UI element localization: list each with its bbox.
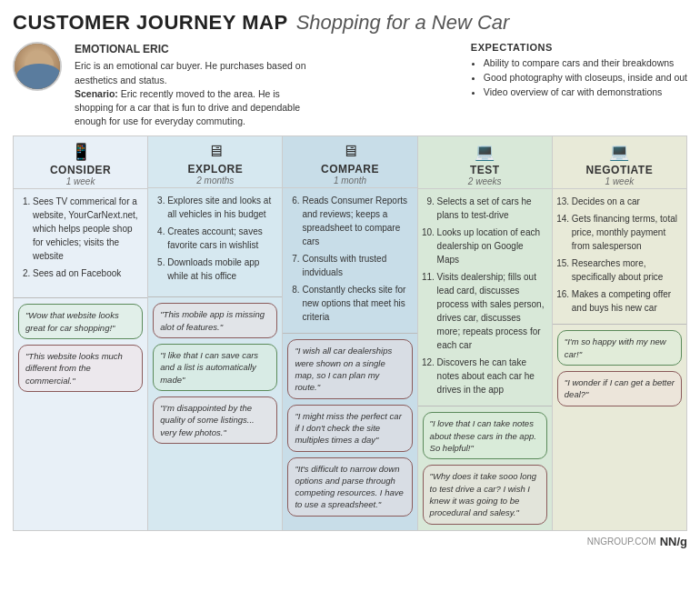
persona-name: EMOTIONAL ERIC	[75, 42, 311, 57]
consider-action-1: Sees TV commerical for a website, YourCa…	[33, 195, 141, 263]
consider-quote-positive: "Wow that website looks great for car sh…	[18, 304, 143, 339]
consider-duration: 1 week	[17, 176, 144, 186]
persona-text: EMOTIONAL ERIC Eric is an emotional car …	[75, 42, 311, 128]
negotiate-quotes: "I'm so happy with my new car!" "I wonde…	[553, 325, 686, 411]
test-action-2: Looks up location of each dealership on …	[437, 226, 545, 266]
test-actions: Selects a set of cars he plans to test-d…	[418, 189, 552, 406]
consider-quotes: "Wow that website looks great for car sh…	[14, 298, 147, 396]
negotiate-quote-positive: "I'm so happy with my new car!"	[557, 330, 682, 366]
expectation-item: Video overview of car with demonstration…	[484, 85, 687, 100]
col-compare: 🖥 COMPARE 1 month Reads Consumer Reports…	[283, 136, 417, 529]
explore-quote-negative-2: "I'm disappointed by the quality of some…	[153, 396, 277, 444]
negotiate-actions: Decides on a car Gets financing terms, t…	[553, 189, 686, 325]
compare-action-2: Consults with trusted indviduals	[302, 252, 410, 279]
consider-icon: 📱	[17, 142, 144, 162]
test-action-3: Visits dealership; fills out lead card, …	[437, 270, 545, 352]
col-explore: 🖥 EXPLORE 2 months Explores site and loo…	[148, 136, 283, 529]
explore-duration: 2 months	[152, 176, 278, 186]
test-duration: 2 weeks	[422, 176, 548, 186]
expectations: EXPECTATIONS Ability to compare cars and…	[471, 42, 687, 99]
compare-quote-1: "I wish all car dealerships were shown o…	[287, 339, 412, 398]
col-test: 💻 TEST 2 weeks Selects a set of cars he …	[418, 136, 553, 529]
journey-grid: 📱 CONSIDER 1 week Sees TV commerical for…	[13, 135, 687, 530]
col-header-compare: 🖥 COMPARE 1 month	[283, 136, 416, 188]
compare-duration: 1 month	[286, 176, 413, 186]
explore-actions: Explores site and looks at all vehicles …	[148, 188, 282, 297]
explore-icon: 🖥	[152, 142, 278, 161]
negotiate-stage-label: NEGOTIATE	[556, 164, 683, 176]
test-stage-label: TEST	[422, 164, 548, 176]
negotiate-action-2: Gets financing terms, total price, month…	[572, 212, 680, 253]
test-quote-negative: "Why does it take sooo long to test driv…	[423, 465, 547, 524]
col-consider: 📱 CONSIDER 1 week Sees TV commerical for…	[14, 136, 148, 529]
compare-quote-2: "I might miss the perfect car if I don't…	[287, 405, 412, 452]
compare-action-1: Reads Consumer Reports and reviews; keep…	[302, 194, 410, 248]
negotiate-quote-negative: "I wonder if I can get a better deal?"	[557, 371, 682, 406]
consider-stage-label: CONSIDER	[17, 164, 144, 176]
col-header-negotiate: 💻 NEGOTIATE 1 week	[553, 136, 686, 189]
test-quote-positive: "I love that I can take notes about thes…	[423, 412, 547, 459]
expectations-list: Ability to compare cars and their breakd…	[471, 56, 687, 99]
persona-scenario: Scenario: Eric recently moved to the are…	[75, 87, 311, 129]
negotiate-action-3: Researches more, specifically about pric…	[572, 256, 680, 284]
footer-website: NNGROUP.COM	[587, 537, 656, 547]
negotiate-duration: 1 week	[556, 176, 683, 186]
explore-action-3: Downloads mobile app while at his office	[167, 256, 275, 283]
expectations-title: EXPECTATIONS	[471, 42, 687, 53]
negotiate-action-4: Makes a competing offer and buys his new…	[572, 287, 680, 315]
explore-quotes: "This mobile app is missing alot of feat…	[148, 297, 282, 448]
consider-actions: Sees TV commerical for a website, YourCa…	[14, 189, 147, 298]
subtitle: Shopping for a New Car	[296, 11, 510, 34]
col-negotiate: 💻 NEGOTIATE 1 week Decides on a car Gets…	[553, 136, 686, 529]
col-header-consider: 📱 CONSIDER 1 week	[14, 136, 147, 189]
persona-description: Eric is an emotional car buyer. He purch…	[75, 59, 311, 86]
main-title: CUSTOMER JOURNEY MAP	[13, 11, 288, 34]
col-header-explore: 🖥 EXPLORE 2 months	[148, 136, 282, 188]
expectation-item: Ability to compare cars and their breakd…	[484, 56, 687, 71]
consider-action-2: Sees ad on Facebook	[33, 266, 141, 280]
negotiate-icon: 💻	[556, 142, 683, 162]
test-action-1: Selects a set of cars he plans to test-d…	[437, 195, 545, 222]
explore-action-1: Explores site and looks at all vehicles …	[167, 194, 275, 221]
persona-section: EMOTIONAL ERIC Eric is an emotional car …	[13, 42, 687, 128]
explore-quote-positive: "I like that I can save cars and a list …	[153, 344, 277, 391]
col-header-test: 💻 TEST 2 weeks	[418, 136, 552, 189]
compare-action-3: Constantly checks site for new options t…	[302, 283, 410, 324]
compare-actions: Reads Consumer Reports and reviews; keep…	[283, 188, 416, 334]
compare-stage-label: COMPARE	[286, 163, 413, 176]
consider-quote-negative: "This website looks much different from …	[18, 345, 143, 392]
compare-quotes: "I wish all car dealerships were shown o…	[283, 334, 416, 521]
explore-quote-negative-1: "This mobile app is missing alot of feat…	[153, 303, 277, 338]
footer: NNGROUP.COM NN/g	[13, 531, 687, 548]
test-quotes: "I love that I can take notes about thes…	[418, 406, 552, 529]
test-icon: 💻	[422, 142, 548, 162]
test-action-4: Discovers he can take notes about each c…	[437, 356, 545, 396]
compare-icon: 🖥	[286, 142, 413, 161]
expectation-item: Good photography with closeups, inside a…	[484, 71, 687, 85]
avatar	[13, 42, 62, 91]
compare-quote-3: "It's difficult to narrow down options a…	[287, 457, 412, 517]
title-block: CUSTOMER JOURNEY MAP Shopping for a New …	[13, 11, 687, 35]
explore-stage-label: EXPLORE	[152, 163, 278, 176]
page: CUSTOMER JOURNEY MAP Shopping for a New …	[0, 0, 700, 556]
nn-logo: NN/g	[660, 535, 687, 548]
explore-action-2: Creates account; saves favorite cars in …	[167, 225, 275, 252]
negotiate-action-1: Decides on a car	[572, 195, 680, 208]
